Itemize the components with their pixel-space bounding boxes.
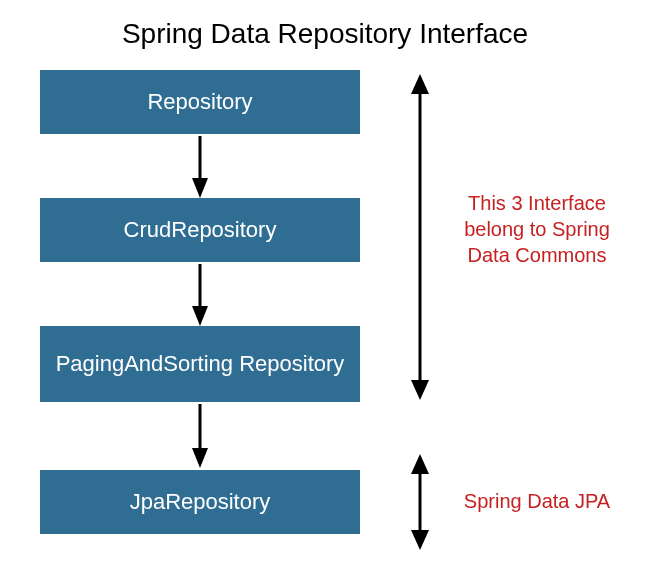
- box-label: JpaRepository: [130, 489, 271, 515]
- svg-marker-11: [411, 530, 429, 550]
- box-jpa-repository: JpaRepository: [40, 470, 360, 534]
- bracket-jpa: [408, 454, 432, 550]
- svg-marker-7: [411, 74, 429, 94]
- diagram-body: Repository CrudRepository PagingAndSorti…: [0, 58, 650, 558]
- note-jpa: Spring Data JPA: [452, 488, 622, 514]
- flow-arrow-2: [192, 264, 208, 326]
- svg-marker-1: [192, 178, 208, 198]
- box-repository: Repository: [40, 70, 360, 134]
- box-label: Repository: [147, 89, 252, 115]
- box-label: PagingAndSorting Repository: [56, 351, 345, 377]
- bracket-commons: [408, 74, 432, 400]
- flow-arrow-3: [192, 404, 208, 468]
- box-paging-sorting-repository: PagingAndSorting Repository: [40, 326, 360, 402]
- svg-marker-3: [192, 306, 208, 326]
- box-label: CrudRepository: [124, 217, 277, 243]
- flow-arrow-1: [192, 136, 208, 198]
- svg-marker-5: [192, 448, 208, 468]
- box-crud-repository: CrudRepository: [40, 198, 360, 262]
- note-commons: This 3 Interface belong to Spring Data C…: [452, 190, 622, 268]
- svg-marker-8: [411, 380, 429, 400]
- svg-marker-10: [411, 454, 429, 474]
- diagram-title: Spring Data Repository Interface: [0, 0, 650, 58]
